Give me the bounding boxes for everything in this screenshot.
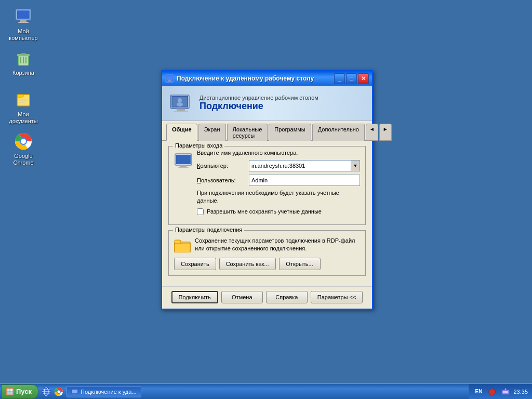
dialog-title-icon [165,74,174,83]
computer-row: Компьютер: ▼ [197,160,360,171]
tab-local-resources[interactable]: Локальные ресурсы [227,124,268,141]
dialog-titlebar[interactable]: Подключение к удалённому рабочему столу … [162,71,372,86]
svg-point-49 [505,388,507,390]
svg-point-17 [21,139,26,144]
taskbar-lang-icon[interactable]: EN [473,386,484,397]
taskbar-right: EN 23:35 [469,384,532,399]
taskbar-task-icon [71,388,78,395]
recycle-bin-label: Корзина [12,70,34,76]
svg-point-43 [58,390,60,393]
auth-hint: При подключении необходимо будет указать… [197,189,360,205]
taskbar-clock: 23:35 [513,389,528,395]
svg-rect-45 [72,390,77,393]
svg-rect-35 [175,240,181,244]
folder-icon [174,237,191,254]
dialog-tabs: Общие Экран Локальные ресурсы Программы … [162,121,372,141]
taskbar-ie-icon[interactable] [41,386,52,397]
tab-scroll-left[interactable]: ◄ [366,124,378,141]
save-credentials-checkbox[interactable] [197,208,204,215]
taskbar: 🪟 Пуск [0,383,532,399]
taskbar-task-label: Подключение к уда... [81,389,137,395]
svg-rect-34 [175,243,190,252]
maximize-button[interactable]: □ [346,73,357,84]
help-button[interactable]: Справка [266,291,308,303]
cancel-button[interactable]: Отмена [221,291,263,303]
dialog-body: Параметры входа Введите имя удаленного к… [162,141,372,286]
svg-rect-46 [73,394,76,394]
svg-rect-6 [21,53,26,55]
start-icon: 🪟 [6,388,14,395]
svg-rect-48 [503,391,508,393]
save-credentials-label[interactable]: Разрешить мне сохранять учетные данные [207,208,322,215]
connect-button[interactable]: Подключить [171,291,218,303]
user-input[interactable] [249,175,360,186]
dialog-header-icon [168,91,193,116]
tab-general[interactable]: Общие [166,124,197,141]
computer-label: Компьютер: [197,163,249,169]
dialog-header-text: Дистанционное управление рабочим столом … [200,95,318,112]
desktop-icon-recycle[interactable]: Корзина [5,47,42,78]
connection-buttons: Сохранить Сохранить как... Открыть... [174,258,360,270]
close-button[interactable]: ✕ [358,73,369,84]
svg-point-27 [177,102,183,107]
google-chrome-label: Google Chrome [7,153,39,166]
svg-rect-20 [168,81,171,82]
taskbar-chrome-icon[interactable] [53,386,64,397]
svg-rect-3 [18,22,29,23]
computer-input[interactable] [249,160,351,171]
recycle-bin-icon [14,49,33,68]
minimize-button[interactable]: _ [334,73,345,84]
login-group-title: Параметры входа [173,142,224,149]
save-button[interactable]: Сохранить [174,258,216,270]
svg-rect-11 [17,95,23,97]
tab-advanced[interactable]: Дополнительно [312,124,365,141]
taskbar-quick-launch [41,386,64,397]
save-as-button[interactable]: Сохранить как... [219,258,276,270]
desktop-icon-my-docs[interactable]: Мои документы [5,88,42,127]
login-group: Параметры входа Введите имя удаленного к… [168,146,366,225]
taskbar-rdp-task[interactable]: Подключение к уда... [66,386,141,397]
taskbar-network-icon[interactable] [500,386,511,397]
my-computer-icon [14,7,33,26]
google-chrome-icon [14,132,33,151]
computer-dropdown-arrow[interactable]: ▼ [351,160,360,171]
svg-rect-29 [176,155,191,164]
svg-rect-19 [167,76,172,80]
connection-group: Параметры подключения Сохранение текущих… [168,230,366,276]
connection-group-title: Параметры подключения [173,227,244,233]
user-row: Пользователь: [197,175,360,186]
taskbar-security-icon[interactable] [486,386,498,397]
tab-screen[interactable]: Экран [198,124,226,141]
svg-point-26 [178,98,182,102]
start-button[interactable]: 🪟 Пуск [1,384,38,399]
my-computer-label: Мой компьютер [7,28,39,42]
desktop-icon-chrome[interactable]: Google Chrome [5,130,42,168]
tab-programs[interactable]: Программы [269,124,311,141]
start-label: Пуск [16,388,32,395]
open-button[interactable]: Открыть... [279,258,321,270]
hint-text: Введите имя удаленного компьютера. [197,150,360,156]
svg-rect-1 [17,10,30,19]
my-documents-label: Мои документы [7,111,39,125]
connection-params-row: Сохранение текущих параметров подключени… [174,237,360,254]
dialog-footer: Подключить Отмена Справка Параметры << [162,286,372,309]
tab-scroll-right[interactable]: ► [379,124,392,141]
titlebar-buttons: _ □ ✕ [334,73,369,84]
svg-rect-24 [174,111,188,112]
svg-rect-23 [177,109,185,111]
svg-rect-2 [20,20,26,22]
connection-hint-text: Сохранение текущих параметров подключени… [195,237,360,253]
my-documents-icon [14,90,33,109]
params-button[interactable]: Параметры << [311,291,363,303]
dialog-header: Дистанционное управление рабочим столом … [162,86,372,121]
svg-rect-30 [180,165,187,167]
desktop-icon-my-computer[interactable]: Мой компьютер [5,5,42,44]
computer-input-group: ▼ [249,160,360,171]
dialog-header-subtitle: Дистанционное управление рабочим столом [200,95,318,101]
rdp-dialog: Подключение к удалённому рабочему столу … [161,70,373,310]
user-label: Пользователь: [197,177,249,183]
dialog-header-title: Подключение [200,101,318,112]
save-credentials-row: Разрешить мне сохранять учетные данные [197,208,360,215]
dialog-title-text: Подключение к удалённому рабочему столу [177,75,334,82]
computer-icon [174,151,193,169]
